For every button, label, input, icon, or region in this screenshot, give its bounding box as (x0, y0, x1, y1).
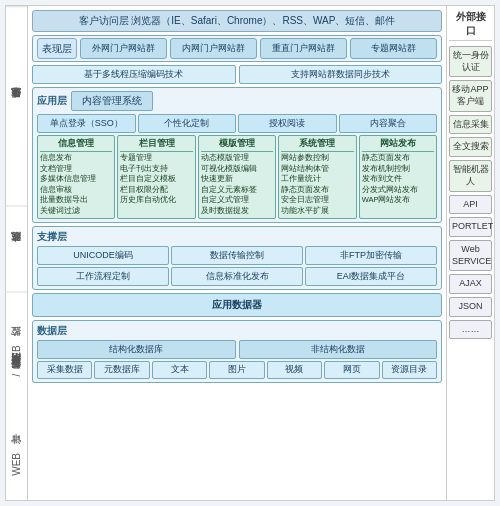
app-items-row: 单点登录（SSO） 个性化定制 授权阅读 内容聚合 (37, 114, 437, 133)
right-item-7: Web SERVICE (449, 240, 492, 271)
pres-item-2: 重直门户网站群 (260, 38, 347, 59)
right-panel-header: 外部接口 (449, 8, 492, 41)
detail-col-4-title: 网站发布 (362, 138, 434, 152)
right-item-10: …… (449, 320, 492, 340)
support-item-0-0: UNICODE编码 (37, 246, 169, 265)
data-layer-label: 数据层 (37, 324, 437, 338)
app-layer-header: 应用层 内容管理系统 (37, 91, 437, 111)
support-item-1-0: 工作流程定制 (37, 267, 169, 286)
data-unstructured: 非结构化数据 (239, 340, 438, 359)
data-sub-1: 元数据库 (94, 361, 149, 379)
presentation-layer: 表现层 外网门户网站群 内网门户网站群 重直门户网站群 专题网站群 (32, 35, 442, 62)
detail-col-4-body: 静态页面发布 发布机制控制 发布到文件 分发式网站发布 WAP网站发布 (362, 153, 434, 206)
pres-item-0: 外网门户网站群 (80, 38, 167, 59)
left-labels: 信息系统服务体 防篡改系统 数据备份/容灾 网络防暴发 WEB监控 WEB审计 (6, 6, 28, 500)
detail-col-3-title: 系统管理 (281, 138, 353, 152)
data-structured: 结构化数据库 (37, 340, 236, 359)
app-item-2: 授权阅读 (238, 114, 337, 133)
data-sub-2: 文本 (152, 361, 207, 379)
left-label-data: 数据备份/容灾 网络防暴发 WEB监控 (6, 292, 27, 429)
tech-item-1: 支持网站群数据同步技术 (239, 65, 443, 84)
support-layer-label: 支撑层 (37, 230, 437, 244)
right-item-9: JSON (449, 297, 492, 317)
detail-col-3: 系统管理 网站参数控制 网站结构体管 工作量统计 静态页面发布 安全日志管理 功… (278, 135, 356, 219)
top-banner: 客户访问层 浏览器（IE、Safari、Chrome）、RSS、WAP、短信、邮… (32, 10, 442, 32)
detail-col-1-body: 专题管理 电子刊出支持 栏目自定义模板 栏目权限分配 历史库自动优化 (120, 153, 192, 206)
presentation-row: 表现层 外网门户网站群 内网门户网站群 重直门户网站群 专题网站群 (37, 38, 437, 59)
left-label-webaudit: WEB审计 (6, 428, 27, 500)
data-sub-4: 视频 (267, 361, 322, 379)
right-item-2: 信息采集 (449, 115, 492, 135)
app-item-0: 单点登录（SSO） (37, 114, 136, 133)
right-item-8: AJAX (449, 274, 492, 294)
left-label-antitamper: 防篡改系统 (6, 206, 27, 292)
detail-col-1: 栏目管理 专题管理 电子刊出支持 栏目自定义模板 栏目权限分配 历史库自动优化 (117, 135, 195, 219)
support-item-0-1: 数据传输控制 (171, 246, 303, 265)
detail-col-4: 网站发布 静态页面发布 发布机制控制 发布到文件 分发式网站发布 WAP网站发布 (359, 135, 437, 219)
data-sub-6: 资源目录 (382, 361, 437, 379)
pres-item-1: 内网门户网站群 (170, 38, 257, 59)
presentation-items: 外网门户网站群 内网门户网站群 重直门户网站群 专题网站群 (80, 38, 437, 59)
detail-col-0: 信息管理 信息发布 文档管理 多媒体信息管理 信息审核 批量数据导出 关键词过滤 (37, 135, 115, 219)
support-layer: 支撑层 UNICODE编码 数据传输控制 非FTP加密传输 工作流程定制 信息标… (32, 226, 442, 290)
detail-col-2-title: 模版管理 (201, 138, 273, 152)
support-item-1-2: EAI数据集成平台 (305, 267, 437, 286)
data-sub-3: 图片 (209, 361, 264, 379)
data-sub-row: 采集数据 元数据库 文本 图片 视频 网页 资源目录 (37, 361, 437, 379)
data-layer: 数据层 结构化数据库 非结构化数据 采集数据 元数据库 文本 (32, 320, 442, 383)
detail-row: 信息管理 信息发布 文档管理 多媒体信息管理 信息审核 批量数据导出 关键词过滤… (37, 135, 437, 219)
data-engine-box: 应用数据器 (32, 293, 442, 317)
pres-item-3: 专题网站群 (350, 38, 437, 59)
encoding-tech-row: 基于多线程压缩编码技术 支持网站群数据同步技术 (32, 65, 442, 84)
app-layer-title: 应用层 (37, 94, 67, 108)
right-item-5: API (449, 195, 492, 215)
detail-col-2-body: 动态模版管理 可视化模版编辑 快速更新 自定义元素标签 自定义式管理 及时数据提… (201, 153, 273, 216)
support-row-1: 工作流程定制 信息标准化发布 EAI数据集成平台 (37, 267, 437, 286)
right-panel: 外部接口 统一身份认证 移动APP客户端 信息采集 全文搜索 智能机器人 API… (446, 6, 494, 500)
data-sub-0: 采集数据 (37, 361, 92, 379)
app-item-1: 个性化定制 (138, 114, 237, 133)
data-sub-5: 网页 (324, 361, 379, 379)
detail-col-2: 模版管理 动态模版管理 可视化模版编辑 快速更新 自定义元素标签 自定义式管理 … (198, 135, 276, 219)
cms-box: 内容管理系统 (71, 91, 153, 111)
app-item-3: 内容聚合 (339, 114, 438, 133)
right-item-4: 智能机器人 (449, 160, 492, 191)
support-row-0: UNICODE编码 数据传输控制 非FTP加密传输 (37, 246, 437, 265)
main-container: 信息系统服务体 防篡改系统 数据备份/容灾 网络防暴发 WEB监控 WEB审计 … (5, 5, 495, 501)
data-layer-header-row: 结构化数据库 非结构化数据 (37, 340, 437, 359)
left-label-info: 信息系统服务体 (6, 6, 27, 206)
detail-col-0-title: 信息管理 (40, 138, 112, 152)
main-content: 客户访问层 浏览器（IE、Safari、Chrome）、RSS、WAP、短信、邮… (28, 6, 446, 500)
support-item-0-2: 非FTP加密传输 (305, 246, 437, 265)
detail-col-3-body: 网站参数控制 网站结构体管 工作量统计 静态页面发布 安全日志管理 功能水平扩展 (281, 153, 353, 216)
application-layer: 应用层 内容管理系统 单点登录（SSO） 个性化定制 授权阅读 内容聚合 (32, 87, 442, 223)
detail-col-1-title: 栏目管理 (120, 138, 192, 152)
right-item-1: 移动APP客户端 (449, 80, 492, 111)
support-item-1-1: 信息标准化发布 (171, 267, 303, 286)
presentation-label: 表现层 (37, 38, 77, 59)
right-item-6: PORTLET (449, 217, 492, 237)
right-item-0: 统一身份认证 (449, 46, 492, 77)
tech-item-0: 基于多线程压缩编码技术 (32, 65, 236, 84)
right-item-3: 全文搜索 (449, 137, 492, 157)
detail-col-0-body: 信息发布 文档管理 多媒体信息管理 信息审核 批量数据导出 关键词过滤 (40, 153, 112, 216)
